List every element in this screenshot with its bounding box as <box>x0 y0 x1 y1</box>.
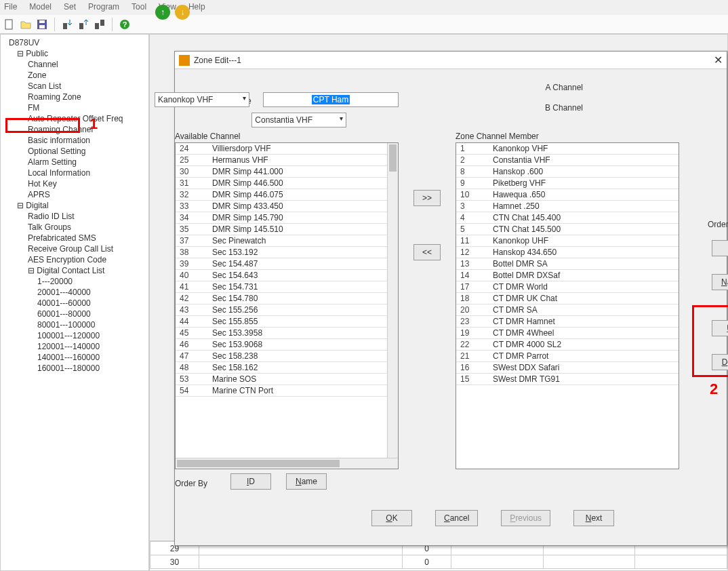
list-item[interactable]: 11Kanonkop UHF <box>456 235 679 247</box>
list-item[interactable]: 9Piketberg VHF <box>456 178 679 189</box>
list-item[interactable]: 35DMR Simp 145.510 <box>176 224 398 235</box>
tree-zone[interactable]: Zone <box>2 70 147 81</box>
list-item[interactable]: 18CT DMR UK Chat <box>456 293 679 304</box>
list-item[interactable]: 24Villiersdorp VHF <box>176 143 398 155</box>
list-item[interactable]: 20CT DMR SA <box>456 304 679 316</box>
list-item[interactable]: 43Sec 155.256 <box>176 304 398 316</box>
help-icon[interactable]: ? <box>118 18 132 31</box>
list-item[interactable]: 41Sec 154.731 <box>176 281 398 293</box>
arrow-up-icon[interactable]: ↑ <box>155 5 170 20</box>
list-item[interactable]: 45Sec 153.3958 <box>176 328 398 339</box>
tree-basic-information[interactable]: Basic information <box>2 135 147 146</box>
tree-alarm-setting[interactable]: Alarm Setting <box>2 157 147 168</box>
tree-receive-group-call-list[interactable]: Receive Group Call List <box>2 243 147 254</box>
order-by-name-button-bottom[interactable]: Name <box>286 473 327 490</box>
tree-optional-setting[interactable]: Optional Setting <box>2 146 147 157</box>
list-item[interactable]: 48Sec 158.162 <box>176 362 398 374</box>
tree-root[interactable]: D878UV <box>2 37 147 48</box>
list-item[interactable]: 44Sec 155.855 <box>176 316 398 328</box>
a-channel-select[interactable]: Kanonkop VHF <box>155 92 249 107</box>
tree-roaming-zone[interactable]: Roaming Zone <box>2 92 147 102</box>
list-item[interactable]: 40Sec 154.643 <box>176 270 398 281</box>
tree-public[interactable]: ⊟ Public <box>2 48 147 59</box>
tree-radio-id-list[interactable]: Radio ID List <box>2 211 147 222</box>
list-item[interactable]: 17CT DMR World <box>456 281 679 293</box>
available-channel-list[interactable]: 24Villiersdorp VHF25Hermanus VHF30DMR Si… <box>175 142 399 469</box>
list-item[interactable]: 15SWest DMR TG91 <box>456 374 679 385</box>
list-item[interactable]: 5CTN Chat 145.500 <box>456 224 679 235</box>
list-item[interactable]: 54Marine CTN Port <box>176 385 398 397</box>
new-icon[interactable] <box>3 18 16 31</box>
list-item[interactable]: 53Marine SOS <box>176 374 398 385</box>
list-item[interactable]: 3Hamnet .250 <box>456 201 679 212</box>
list-item[interactable]: 8Hanskop .600 <box>456 166 679 178</box>
tree-hot-key[interactable]: Hot Key <box>2 178 147 189</box>
tree-local-information[interactable]: Local Information <box>2 168 147 178</box>
save-icon[interactable] <box>35 18 49 31</box>
list-item[interactable]: 30DMR Simp 441.000 <box>176 166 398 178</box>
tree-channel[interactable]: Channel <box>2 59 147 70</box>
list-item[interactable]: 12Hanskop 434.650 <box>456 247 679 258</box>
tree-dcl-range[interactable]: 120001---140000 <box>2 341 147 352</box>
order-by-name-button[interactable]: Name <box>712 274 728 290</box>
tree-prefabricated-sms[interactable]: Prefabricated SMS <box>2 233 147 243</box>
nav-tree[interactable]: D878UV ⊟ Public Channel Zone Scan List R… <box>0 34 149 571</box>
list-item[interactable]: 33DMR Simp 433.450 <box>176 201 398 212</box>
tree-dcl-range[interactable]: 100001---120000 <box>2 330 147 341</box>
list-item[interactable]: 37Sec Pinewatch <box>176 235 398 247</box>
tree-aes-encryption-code[interactable]: AES Encryption Code <box>2 254 147 265</box>
tree-digital[interactable]: ⊟ Digital <box>2 200 147 211</box>
tree-dcl-range[interactable]: 1---20000 <box>2 276 147 287</box>
list-item[interactable]: 25Hermanus VHF <box>176 155 398 166</box>
list-item[interactable]: 14Bottel DMR DXSaf <box>456 270 679 281</box>
tree-aprs[interactable]: APRS <box>2 189 147 200</box>
move-left-button[interactable]: << <box>413 244 441 260</box>
list-item[interactable]: 34DMR Simp 145.790 <box>176 212 398 224</box>
list-item[interactable]: 32DMR Simp 446.075 <box>176 189 398 201</box>
arrow-down-icon[interactable]: ↓ <box>175 5 190 20</box>
menu-file[interactable]: File <box>4 2 17 13</box>
list-item[interactable]: 19CT DMR 4Wheel <box>456 328 679 339</box>
next-button[interactable]: Next <box>573 510 614 526</box>
list-item[interactable]: 10Hawequa .650 <box>456 189 679 201</box>
list-item[interactable]: 13Bottel DMR SA <box>456 258 679 270</box>
list-item[interactable]: 47Sec 158.238 <box>176 351 398 362</box>
scrollbar-vertical[interactable] <box>387 143 398 458</box>
menu-tool[interactable]: Tool <box>132 2 146 13</box>
ok-button[interactable]: OK <box>371 510 412 526</box>
menu-program[interactable]: Program <box>88 2 119 13</box>
tree-dcl-range[interactable]: 80001---100000 <box>2 319 147 330</box>
connect-icon[interactable] <box>93 18 106 31</box>
move-right-button[interactable]: >> <box>413 190 441 206</box>
tree-fm[interactable]: FM <box>2 102 147 113</box>
list-item[interactable]: 4CTN Chat 145.400 <box>456 212 679 224</box>
b-channel-select[interactable]: Constantia VHF <box>251 113 346 127</box>
scrollbar-horizontal[interactable] <box>176 458 398 469</box>
order-by-id-button-bottom[interactable]: ID <box>230 473 271 490</box>
tree-digital-contact-list[interactable]: ⊟ Digital Contact List <box>2 265 147 276</box>
write-to-radio-icon[interactable] <box>77 18 90 31</box>
list-item[interactable]: 23CT DMR Hamnet <box>456 316 679 328</box>
tree-dcl-range[interactable]: 140001---160000 <box>2 352 147 363</box>
list-item[interactable]: 1Kanonkop VHF <box>456 143 679 155</box>
dialog-titlebar[interactable]: Zone Edit---1 ✕ <box>175 52 727 69</box>
menu-model[interactable]: Model <box>29 2 52 13</box>
order-by-id-button[interactable]: ID <box>712 240 728 256</box>
tree-talk-groups[interactable]: Talk Groups <box>2 222 147 233</box>
tree-scan-list[interactable]: Scan List <box>2 81 147 92</box>
zone-name-input[interactable]: CPT Ham <box>263 92 399 107</box>
tree-dcl-range[interactable]: 160001---180000 <box>2 363 147 374</box>
list-item[interactable]: 42Sec 154.780 <box>176 293 398 304</box>
tree-dcl-range[interactable]: 60001---80000 <box>2 309 147 319</box>
list-item[interactable]: 22CT DMR 4000 SL2 <box>456 339 679 351</box>
zone-channel-member-list[interactable]: 1Kanonkop VHF2Constantia VHF8Hanskop .60… <box>456 142 679 469</box>
read-from-radio-icon[interactable] <box>60 18 74 31</box>
menu-set[interactable]: Set <box>64 2 76 13</box>
list-item[interactable]: 31DMR Simp 446.500 <box>176 178 398 189</box>
list-item[interactable]: 2Constantia VHF <box>456 155 679 166</box>
list-item[interactable]: 39Sec 154.487 <box>176 258 398 270</box>
previous-button[interactable]: Previous <box>501 510 550 526</box>
list-item[interactable]: 16SWest DDX Safari <box>456 362 679 374</box>
close-icon[interactable]: ✕ <box>714 54 723 66</box>
tree-dcl-range[interactable]: 20001---40000 <box>2 287 147 298</box>
